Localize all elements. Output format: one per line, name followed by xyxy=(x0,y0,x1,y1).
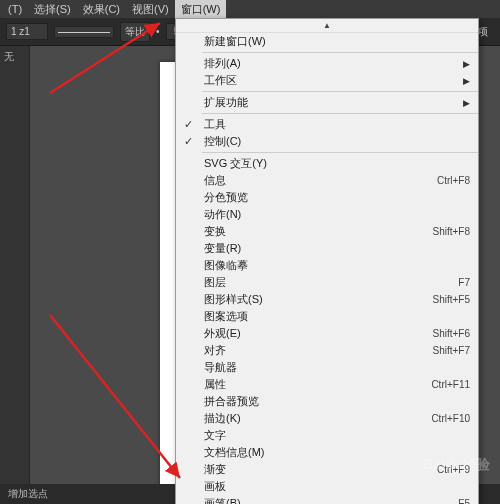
menu-item[interactable]: 变量(R) xyxy=(176,240,478,257)
menu-item-label: 拼合器预览 xyxy=(204,394,259,409)
menu-item-label: 分色预览 xyxy=(204,190,248,205)
menu-item-label: 变量(R) xyxy=(204,241,241,256)
panel-tab-none[interactable]: 无 xyxy=(0,46,29,86)
menu-item-label: 文字 xyxy=(204,428,226,443)
menu-item[interactable]: 新建窗口(W) xyxy=(176,33,478,50)
menu-separator xyxy=(202,52,478,53)
menu-shortcut: Ctrl+F11 xyxy=(431,379,470,390)
menu-item[interactable]: 对齐Shift+F7 xyxy=(176,342,478,359)
menu-item-label: 新建窗口(W) xyxy=(204,34,266,49)
menu-item-label: 工作区 xyxy=(204,73,237,88)
menu-item-label: SVG 交互(Y) xyxy=(204,156,267,171)
menu-shortcut: Shift+F8 xyxy=(432,226,470,237)
menu-item[interactable]: 拼合器预览 xyxy=(176,393,478,410)
menu-view[interactable]: 视图(V) xyxy=(126,0,175,19)
menu-item-label: 排列(A) xyxy=(204,56,241,71)
menu-item[interactable]: SVG 交互(Y) xyxy=(176,155,478,172)
status-text: 增加选点 xyxy=(8,487,48,501)
menu-item-label: 工具 xyxy=(204,117,226,132)
menu-scroll-up[interactable] xyxy=(176,19,478,33)
menu-item[interactable]: 属性Ctrl+F11 xyxy=(176,376,478,393)
menu-select[interactable]: 选择(S) xyxy=(28,0,77,19)
checkmark-icon: ✓ xyxy=(184,135,193,148)
menu-item[interactable]: 信息Ctrl+F8 xyxy=(176,172,478,189)
menu-item[interactable]: ✓工具 xyxy=(176,116,478,133)
menu-item-label: 画板 xyxy=(204,479,226,494)
menu-t[interactable]: (T) xyxy=(2,1,28,17)
menu-window[interactable]: 窗口(W) xyxy=(175,0,227,19)
menu-item[interactable]: 扩展功能▶ xyxy=(176,94,478,111)
menu-shortcut: Ctrl+F8 xyxy=(437,175,470,186)
stroke-preview[interactable] xyxy=(54,26,114,38)
menu-item-label: 图像临摹 xyxy=(204,258,248,273)
menu-effect[interactable]: 效果(C) xyxy=(77,0,126,19)
menu-item-label: 扩展功能 xyxy=(204,95,248,110)
menu-item[interactable]: 动作(N) xyxy=(176,206,478,223)
left-panel: 无 xyxy=(0,46,30,484)
submenu-arrow-icon: ▶ xyxy=(463,76,470,86)
menu-item-label: 画笔(B) xyxy=(204,496,241,504)
menu-item-label: 属性 xyxy=(204,377,226,392)
menu-item-label: 渐变 xyxy=(204,462,226,477)
menu-item[interactable]: 画板 xyxy=(176,478,478,495)
menu-item-label: 图层 xyxy=(204,275,226,290)
menu-item-label: 对齐 xyxy=(204,343,226,358)
menu-separator xyxy=(202,113,478,114)
points-label-prefix: • xyxy=(156,26,160,37)
menu-item[interactable]: 导航器 xyxy=(176,359,478,376)
watermark: Baidu经验 xyxy=(423,456,490,474)
menubar: (T) 选择(S) 效果(C) 视图(V) 窗口(W) xyxy=(0,0,500,18)
menu-item[interactable]: 外观(E)Shift+F6 xyxy=(176,325,478,342)
menu-item[interactable]: 变换Shift+F8 xyxy=(176,223,478,240)
mode-dropdown[interactable]: 1 z1 xyxy=(6,23,48,40)
submenu-arrow-icon: ▶ xyxy=(463,59,470,69)
menu-shortcut: F5 xyxy=(458,498,470,504)
stroke-style-dropdown[interactable]: 等比 xyxy=(120,22,150,42)
checkmark-icon: ✓ xyxy=(184,118,193,131)
menu-item-label: 动作(N) xyxy=(204,207,241,222)
window-menu-dropdown: 新建窗口(W)排列(A)▶工作区▶扩展功能▶✓工具✓控制(C)SVG 交互(Y)… xyxy=(175,18,479,504)
menu-shortcut: Shift+F5 xyxy=(432,294,470,305)
menu-item[interactable]: 图案选项 xyxy=(176,308,478,325)
menu-item[interactable]: 图形样式(S)Shift+F5 xyxy=(176,291,478,308)
menu-item-label: 导航器 xyxy=(204,360,237,375)
menu-separator xyxy=(202,91,478,92)
menu-separator xyxy=(202,152,478,153)
menu-shortcut: Shift+F7 xyxy=(432,345,470,356)
menu-shortcut: F7 xyxy=(458,277,470,288)
menu-item-label: 描边(K) xyxy=(204,411,241,426)
menu-item-label: 文档信息(M) xyxy=(204,445,265,460)
menu-item[interactable]: 描边(K)Ctrl+F10 xyxy=(176,410,478,427)
menu-item[interactable]: ✓控制(C) xyxy=(176,133,478,150)
menu-item[interactable]: 排列(A)▶ xyxy=(176,55,478,72)
menu-item-label: 变换 xyxy=(204,224,226,239)
menu-shortcut: Shift+F6 xyxy=(432,328,470,339)
menu-item-label: 信息 xyxy=(204,173,226,188)
menu-item[interactable]: 图层F7 xyxy=(176,274,478,291)
menu-item[interactable]: 文字 xyxy=(176,427,478,444)
menu-item-label: 图形样式(S) xyxy=(204,292,263,307)
menu-item[interactable]: 分色预览 xyxy=(176,189,478,206)
menu-item-label: 控制(C) xyxy=(204,134,241,149)
menu-item[interactable]: 画笔(B)F5 xyxy=(176,495,478,504)
menu-item[interactable]: 图像临摹 xyxy=(176,257,478,274)
menu-shortcut: Ctrl+F10 xyxy=(431,413,470,424)
menu-item-label: 图案选项 xyxy=(204,309,248,324)
submenu-arrow-icon: ▶ xyxy=(463,98,470,108)
menu-item-label: 外观(E) xyxy=(204,326,241,341)
menu-item[interactable]: 工作区▶ xyxy=(176,72,478,89)
